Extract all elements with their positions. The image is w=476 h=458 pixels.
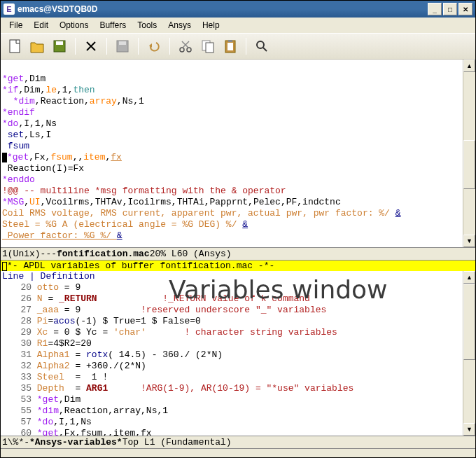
svg-point-17	[257, 41, 264, 48]
title-bar: E emacs@VSDTQB0D _ □ ✕	[1, 1, 475, 18]
menu-bar: File Edit Options Buffers Tools Ansys He…	[1, 18, 475, 33]
buffer-name: *Ansys-variables*	[29, 437, 122, 447]
save-icon[interactable]	[50, 36, 69, 56]
modeline-status: 1(Unix)---	[2, 249, 57, 259]
modeline-status: 1\%*-	[2, 437, 29, 447]
paste-icon[interactable]	[220, 36, 240, 56]
svg-rect-15	[227, 43, 233, 50]
window-title: emacs@VSDTQB0D	[18, 4, 426, 14]
text-cursor	[2, 153, 7, 162]
variables-banner: *- APDL variables of buffer fontificatio…	[1, 261, 475, 271]
menu-help[interactable]: Help	[197, 19, 225, 32]
svg-rect-16	[228, 40, 232, 42]
scroll-up-icon[interactable]: ▲	[463, 60, 475, 72]
editor-pane-bottom[interactable]: Line | Definition 20 otto = 9 26 N = _RE…	[1, 271, 475, 436]
svg-rect-0	[10, 40, 20, 53]
close-window-button[interactable]: ✕	[458, 3, 472, 15]
scrollbar-bottom[interactable]: ▲ ▼	[463, 271, 475, 436]
modeline-info: Top L1 (Fundamental)	[122, 437, 232, 447]
emacs-icon: E	[4, 4, 15, 15]
search-icon[interactable]	[252, 36, 272, 56]
menu-buffers[interactable]: Buffers	[94, 19, 132, 32]
svg-point-9	[187, 48, 191, 52]
save-disk-icon[interactable]	[113, 36, 132, 56]
minimize-button[interactable]: _	[428, 3, 442, 15]
scroll-up-icon[interactable]: ▲	[463, 271, 475, 284]
scroll-down-icon[interactable]: ▼	[463, 235, 475, 247]
menu-ansys[interactable]: Ansys	[162, 19, 197, 32]
modeline-info: 20% L60 (Ansys)	[150, 249, 232, 259]
menu-file[interactable]: File	[4, 19, 28, 32]
toolbar	[1, 33, 475, 60]
svg-line-18	[263, 48, 267, 51]
svg-point-8	[180, 48, 184, 52]
open-icon[interactable]	[27, 36, 47, 56]
close-icon[interactable]	[81, 36, 101, 56]
variables-window[interactable]: Line | Definition 20 otto = 9 26 N = _RE…	[1, 271, 463, 436]
scrollbar-top[interactable]: ▲ ▼	[463, 60, 475, 247]
copy-icon[interactable]	[198, 36, 218, 56]
scroll-thumb[interactable]	[463, 284, 475, 360]
svg-rect-2	[56, 41, 63, 45]
svg-rect-6	[119, 41, 126, 45]
menu-edit[interactable]: Edit	[28, 19, 54, 32]
menu-options[interactable]: Options	[54, 19, 94, 32]
mode-line-bottom: 1\%*- *Ansys-variables* Top L1 (Fundamen…	[1, 436, 475, 449]
scroll-down-icon[interactable]: ▼	[463, 423, 475, 436]
scroll-thumb[interactable]	[463, 140, 475, 189]
svg-rect-13	[206, 43, 214, 53]
undo-icon[interactable]	[144, 36, 164, 56]
mode-line-top: 1(Unix)--- fontification.mac 20% L60 (An…	[1, 247, 475, 261]
maximize-button[interactable]: □	[443, 3, 457, 15]
buffer-name: fontification.mac	[57, 249, 150, 259]
code-editor[interactable]: *get,Dim *if,Dim,le,1,then *dim,Reaction…	[1, 60, 463, 247]
new-file-icon[interactable]	[5, 36, 24, 56]
banner-cursor	[2, 262, 7, 271]
cut-icon[interactable]	[176, 36, 195, 56]
editor-pane-top[interactable]: *get,Dim *if,Dim,le,1,then *dim,Reaction…	[1, 60, 475, 247]
menu-tools[interactable]: Tools	[132, 19, 162, 32]
